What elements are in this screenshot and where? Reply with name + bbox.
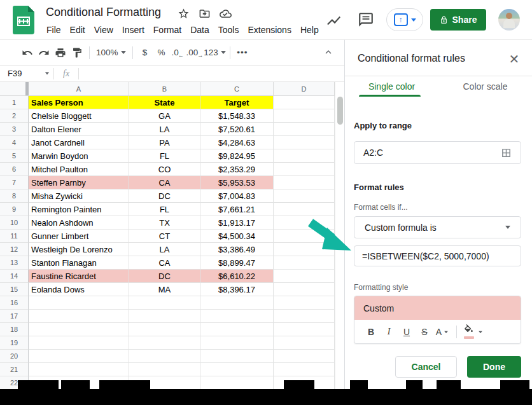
cell-C18[interactable]: [200, 323, 274, 336]
cell-B4[interactable]: PA: [129, 136, 200, 149]
print-button[interactable]: [52, 45, 69, 61]
cell-B15[interactable]: MA: [129, 283, 200, 296]
bold-button[interactable]: B: [363, 324, 379, 340]
cell-A3[interactable]: Dalton Elener: [29, 123, 129, 136]
cell-A13[interactable]: Stanton Flanagan: [29, 256, 129, 270]
explore-trend-icon[interactable]: [326, 13, 342, 29]
row-number-13[interactable]: 13: [0, 256, 29, 270]
menu-item-view[interactable]: View: [90, 23, 118, 37]
menu-item-edit[interactable]: Edit: [66, 23, 90, 37]
cell-A6[interactable]: Mitchel Paulton: [29, 163, 129, 176]
cell-A5[interactable]: Marwin Boydon: [29, 149, 129, 163]
cell-D6[interactable]: [274, 163, 335, 176]
cell-C6[interactable]: $2,353.29: [200, 163, 274, 176]
cell-A14[interactable]: Faustine Ricardet: [29, 270, 129, 283]
name-box-dropdown-icon[interactable]: [45, 72, 49, 75]
format-currency-button[interactable]: $: [137, 45, 153, 61]
cell-B18[interactable]: [129, 323, 200, 336]
cell-B8[interactable]: DC: [129, 189, 200, 203]
range-input[interactable]: A2:C: [354, 141, 521, 164]
move-folder-icon[interactable]: [199, 8, 211, 20]
cell-B19[interactable]: [129, 336, 200, 350]
cell-D9[interactable]: [274, 203, 335, 216]
cell-A7[interactable]: Steffen Parnby: [29, 176, 129, 189]
comment-icon[interactable]: [358, 11, 374, 28]
cell-C9[interactable]: $7,661.21: [200, 203, 274, 216]
cell-D11[interactable]: [274, 230, 335, 243]
cell-C2[interactable]: $1,548.33: [200, 109, 274, 123]
cell-B1[interactable]: State: [129, 96, 200, 109]
menu-item-extensions[interactable]: Extensions: [243, 23, 295, 37]
zoom-select[interactable]: 100%: [94, 45, 129, 61]
row-number-12[interactable]: 12: [0, 243, 29, 256]
cell-A12[interactable]: Westleigh De Lorenzo: [29, 243, 129, 256]
cell-D7[interactable]: [274, 176, 335, 189]
cell-D21[interactable]: [274, 363, 335, 376]
row-number-2[interactable]: 2: [0, 109, 29, 123]
cloud-saved-icon[interactable]: [220, 8, 232, 20]
row-number-20[interactable]: 20: [0, 350, 29, 363]
cell-D16[interactable]: [274, 296, 335, 310]
menu-item-format[interactable]: Format: [149, 23, 186, 37]
row-number-5[interactable]: 5: [0, 149, 29, 163]
cell-C20[interactable]: [200, 350, 274, 363]
cell-D10[interactable]: [274, 216, 335, 230]
cell-D12[interactable]: [274, 243, 335, 256]
cell-C14[interactable]: $6,610.22: [200, 270, 274, 283]
cell-D3[interactable]: [274, 123, 335, 136]
text-color-button[interactable]: A: [435, 324, 450, 340]
cell-B20[interactable]: [129, 350, 200, 363]
cell-C5[interactable]: $9,824.95: [200, 149, 274, 163]
row-number-3[interactable]: 3: [0, 123, 29, 136]
menu-item-data[interactable]: Data: [186, 23, 214, 37]
cell-D8[interactable]: [274, 189, 335, 203]
cell-D17[interactable]: [274, 310, 335, 323]
row-number-14[interactable]: 14: [0, 270, 29, 283]
account-avatar[interactable]: [498, 9, 520, 31]
cell-C17[interactable]: [200, 310, 274, 323]
row-number-7[interactable]: 7: [0, 176, 29, 189]
present-dropdown-icon[interactable]: [411, 18, 416, 22]
cell-D19[interactable]: [274, 336, 335, 350]
decrease-decimal-button[interactable]: .0←: [170, 45, 186, 61]
menu-item-file[interactable]: File: [42, 23, 66, 37]
custom-formula-input[interactable]: =ISBETWEEN($C2, 5000,7000): [354, 245, 521, 266]
cell-C7[interactable]: $5,953.53: [200, 176, 274, 189]
vertical-scrollbar[interactable]: [335, 82, 344, 390]
cancel-button[interactable]: Cancel: [395, 356, 457, 378]
cell-C16[interactable]: [200, 296, 274, 310]
cell-B21[interactable]: [129, 363, 200, 376]
cell-A21[interactable]: [29, 363, 129, 376]
cell-B16[interactable]: [129, 296, 200, 310]
row-number-1[interactable]: 1: [0, 96, 29, 109]
cell-B5[interactable]: FL: [129, 149, 200, 163]
column-header-A[interactable]: A: [29, 82, 129, 96]
name-box[interactable]: F39: [0, 69, 53, 78]
cell-C15[interactable]: $8,396.17: [200, 283, 274, 296]
share-button[interactable]: Share: [430, 9, 486, 31]
row-number-6[interactable]: 6: [0, 163, 29, 176]
cell-C12[interactable]: $3,386.49: [200, 243, 274, 256]
cell-A15[interactable]: Eolanda Dows: [29, 283, 129, 296]
cell-C11[interactable]: $4,500.34: [200, 230, 274, 243]
row-number-19[interactable]: 19: [0, 336, 29, 350]
select-all-corner[interactable]: [0, 82, 29, 96]
row-number-11[interactable]: 11: [0, 230, 29, 243]
cell-B17[interactable]: [129, 310, 200, 323]
cell-C22[interactable]: [200, 376, 274, 390]
underline-button[interactable]: U: [399, 324, 414, 340]
cell-A18[interactable]: [29, 323, 129, 336]
redo-button[interactable]: [36, 45, 52, 61]
cell-D2[interactable]: [274, 109, 335, 123]
cell-A17[interactable]: [29, 310, 129, 323]
row-number-10[interactable]: 10: [0, 216, 29, 230]
strikethrough-button[interactable]: S: [417, 324, 432, 340]
cell-A4[interactable]: Janot Cardnell: [29, 136, 129, 149]
fill-color-button[interactable]: [463, 324, 483, 340]
cell-B14[interactable]: DC: [129, 270, 200, 283]
cell-A1[interactable]: Sales Person: [29, 96, 129, 109]
cell-B3[interactable]: LA: [129, 123, 200, 136]
select-range-grid-icon[interactable]: [501, 148, 512, 158]
row-number-4[interactable]: 4: [0, 136, 29, 149]
cell-C19[interactable]: [200, 336, 274, 350]
